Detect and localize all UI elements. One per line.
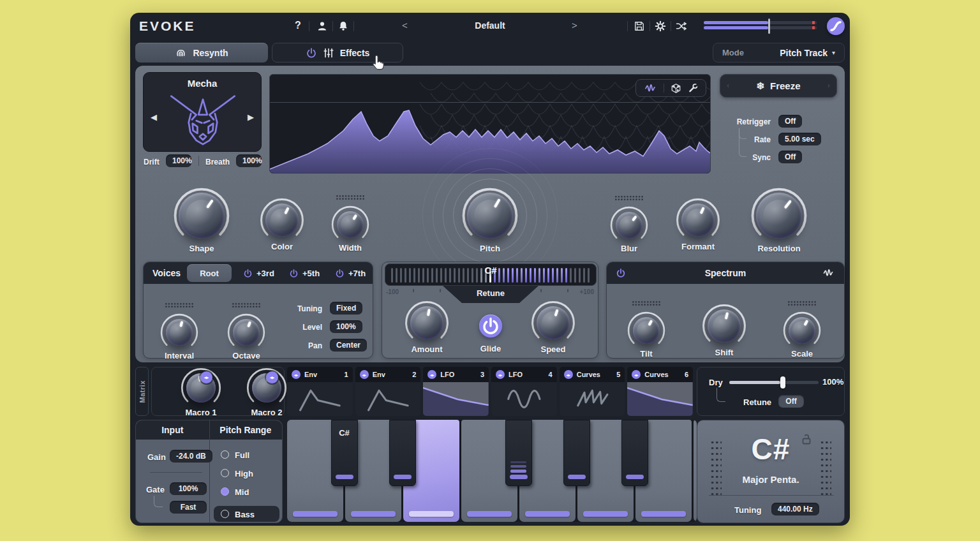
slot-header[interactable]: ◂▸Env1	[287, 367, 353, 382]
radio-bass[interactable]	[221, 510, 229, 518]
mode-dropdown[interactable]: Mode Pitch Track ▾	[713, 43, 845, 63]
mod-slot-env-2[interactable]: ◂▸Env2	[355, 367, 421, 416]
bell-icon[interactable]	[338, 20, 349, 32]
width-knob[interactable]	[336, 210, 365, 239]
mod-slot-curves-5[interactable]: ◂▸Curves5	[560, 367, 625, 416]
slot-header[interactable]: ◂▸LFO3	[423, 367, 489, 382]
tuning-ref-value[interactable]: 440.00 Hz	[771, 503, 819, 515]
power-icon[interactable]	[306, 47, 317, 59]
assign-arrows-icon[interactable]: ◂▸	[496, 370, 505, 379]
rate-value[interactable]: 5.00 sec	[778, 133, 821, 145]
piano-keyboard[interactable]: C#	[287, 420, 697, 522]
assign-arrows-icon[interactable]: ◂▸	[360, 370, 369, 379]
slot-header[interactable]: ◂▸Curves5	[560, 367, 625, 382]
radio-full[interactable]	[221, 450, 229, 459]
scale-knob[interactable]	[787, 316, 817, 345]
power-icon[interactable]	[243, 269, 253, 278]
slot-waveform[interactable]	[491, 382, 557, 416]
glide-power-button[interactable]	[479, 315, 502, 337]
scale-name[interactable]: Major Penta.	[697, 474, 844, 485]
slot-waveform[interactable]	[627, 382, 693, 416]
black-key-C#[interactable]: C#	[331, 420, 358, 486]
output-level-meter[interactable]	[704, 21, 817, 31]
macro2-assign-icon[interactable]: ◂▸	[266, 371, 278, 383]
slot-waveform[interactable]	[287, 382, 353, 416]
octave-knob[interactable]	[232, 318, 261, 347]
gear-icon[interactable]	[655, 20, 666, 32]
sample-prev-icon[interactable]: ◀	[151, 112, 157, 122]
sample-selector[interactable]: Mecha ◀ ▶	[143, 72, 262, 152]
freeze-button[interactable]: ‹ ❄ Freeze ›	[720, 74, 837, 98]
black-key-D#[interactable]	[389, 420, 416, 486]
assign-arrows-icon[interactable]: ◂▸	[292, 370, 301, 379]
mod-slot-curves-6[interactable]: ◂▸Curves6	[627, 367, 693, 416]
retune-mix-value[interactable]: Off	[778, 395, 804, 408]
radio-mid[interactable]	[221, 487, 229, 496]
assign-arrows-icon[interactable]: ◂▸	[632, 370, 641, 379]
black-key-F#[interactable]	[505, 420, 532, 486]
amount-knob[interactable]	[409, 305, 445, 341]
matrix-tab[interactable]: Matrix	[135, 367, 149, 416]
global-curve-button[interactable]	[827, 17, 845, 35]
drift-value[interactable]: 100%	[166, 154, 191, 167]
pitch-knob[interactable]	[466, 191, 514, 240]
voice-tab-root[interactable]: Root	[187, 264, 232, 282]
shift-knob[interactable]	[706, 308, 742, 344]
gate-speed-value[interactable]: Fast	[170, 501, 207, 514]
slot-waveform[interactable]	[355, 382, 421, 416]
slot-header[interactable]: ◂▸Env2	[355, 367, 421, 382]
retrigger-value[interactable]: Off	[778, 115, 802, 128]
black-key-A#[interactable]	[621, 420, 648, 486]
black-key-G#[interactable]	[563, 420, 590, 486]
mod-slot-env-1[interactable]: ◂▸Env1	[287, 367, 353, 416]
slot-waveform[interactable]	[560, 382, 625, 416]
help-icon[interactable]: ?	[295, 20, 301, 31]
tab-resynth[interactable]: Resynth	[135, 43, 268, 63]
color-knob[interactable]	[264, 202, 300, 238]
shuffle-icon[interactable]	[676, 20, 687, 32]
dry-slider-handle[interactable]	[780, 376, 785, 389]
preset-name[interactable]: Default	[424, 20, 556, 31]
tuning-value[interactable]: Fixed	[330, 302, 362, 315]
interval-knob[interactable]	[165, 318, 194, 347]
preset-next-icon[interactable]: >	[572, 20, 577, 31]
meter-handle[interactable]	[768, 19, 770, 34]
mod-slot-lfo-3[interactable]: ◂▸LFO3	[423, 367, 489, 416]
voice-tab-3rd[interactable]: +3rd	[243, 269, 274, 278]
sample-next-icon[interactable]: ▶	[248, 112, 254, 122]
resolution-knob[interactable]	[755, 191, 803, 240]
save-icon[interactable]	[634, 20, 645, 32]
user-icon[interactable]	[316, 20, 328, 32]
pan-value[interactable]: Center	[330, 339, 367, 352]
radio-high[interactable]	[221, 469, 229, 477]
tilt-knob[interactable]	[632, 316, 661, 345]
blur-knob[interactable]	[614, 211, 644, 240]
voice-tab-5th[interactable]: +5th	[289, 269, 320, 278]
shape-knob[interactable]	[177, 191, 226, 240]
slot-header[interactable]: ◂▸Curves6	[627, 367, 693, 382]
power-icon[interactable]	[289, 269, 299, 278]
assign-arrows-icon[interactable]: ◂▸	[427, 370, 436, 379]
level-value[interactable]: 100%	[330, 320, 362, 333]
dry-slider[interactable]	[729, 381, 819, 384]
dice-icon[interactable]	[671, 83, 681, 94]
slot-header[interactable]: ◂▸LFO4	[491, 367, 557, 382]
macro1-assign-icon[interactable]: ◂▸	[200, 371, 212, 383]
key-note[interactable]: C#	[697, 432, 844, 466]
preset-prev-icon[interactable]: <	[402, 20, 408, 31]
voice-tab-7th[interactable]: +7th	[335, 269, 366, 278]
speed-knob[interactable]	[535, 305, 571, 341]
formant-knob[interactable]	[680, 202, 716, 238]
slot-waveform[interactable]	[423, 382, 489, 416]
waveform-icon[interactable]	[643, 83, 657, 94]
gain-value[interactable]: -24.0 dB	[170, 450, 212, 463]
assign-arrows-icon[interactable]: ◂▸	[564, 370, 573, 379]
wrench-icon[interactable]	[688, 83, 699, 94]
gate-value[interactable]: 100%	[170, 482, 207, 495]
power-icon[interactable]	[335, 269, 345, 278]
retune-tuner-display[interactable]: C#	[385, 263, 597, 286]
waveform-icon[interactable]	[821, 268, 835, 278]
mod-slot-lfo-4[interactable]: ◂▸LFO4	[491, 367, 557, 416]
breath-value[interactable]: 100%	[236, 154, 262, 167]
sync-value[interactable]: Off	[778, 151, 802, 163]
